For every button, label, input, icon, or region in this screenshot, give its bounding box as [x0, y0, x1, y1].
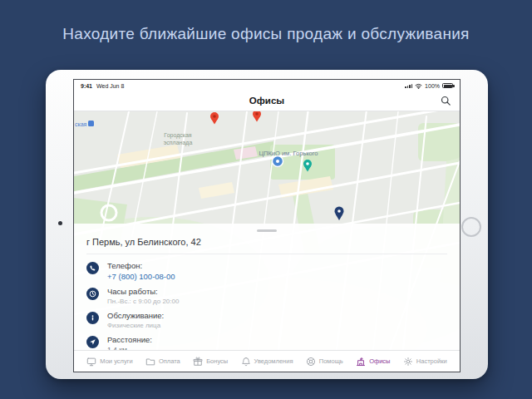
battery-percent: 100%: [425, 83, 440, 89]
tab-label: Настройки: [416, 357, 447, 365]
detail-row-service: Обслуживание:Физические лица: [74, 308, 460, 332]
tab-label: Помощь: [319, 357, 343, 365]
lifebuoy-icon: [306, 357, 316, 367]
tab-my-services[interactable]: Мои услуги: [86, 357, 132, 367]
tab-help[interactable]: Помощь: [306, 357, 343, 367]
tab-payment[interactable]: Оплата: [145, 357, 180, 367]
monitor-icon: [86, 357, 96, 367]
tab-label: Оплата: [159, 357, 180, 365]
tab-label: Офисы: [369, 357, 390, 365]
park-label: ЦПКиО им. Горького: [259, 150, 318, 157]
tablet-device: 9:41 Wed Jun 8 100% Офисы: [46, 70, 488, 379]
tab-notifications[interactable]: Уведомления: [241, 357, 293, 367]
tab-bonuses[interactable]: Бонусы: [193, 357, 228, 367]
wifi-icon: [415, 83, 422, 89]
gear-icon: [403, 357, 413, 367]
bank-icon: [356, 357, 366, 367]
tab-label: Уведомления: [254, 357, 293, 365]
detail-row-hours: Часы работы:Пн.-Вс.: с 9:00 до 20:00: [74, 283, 460, 308]
gift-icon: [193, 357, 203, 367]
detail-label: Телефон:: [107, 261, 175, 270]
office-address: г Пермь, ул Белинского, 42: [86, 237, 447, 254]
search-icon[interactable]: [441, 96, 451, 106]
transit-station-label: ская: [75, 121, 94, 127]
poi-pin-park-blue[interactable]: [273, 156, 283, 167]
detail-label: Обслуживание:: [107, 311, 164, 320]
detail-label: Расстояние:: [107, 335, 152, 344]
folder-icon: [145, 357, 155, 367]
battery-icon: [442, 83, 453, 88]
tab-bar: Мои услугиОплатаБонусыУведомленияПомощьО…: [74, 350, 460, 372]
detail-value[interactable]: +7 (800) 100-08-00: [107, 272, 175, 281]
nav-bar: Офисы: [74, 91, 460, 111]
office-pin-red-2[interactable]: [253, 111, 261, 122]
svg-text:эспланада: эспланада: [164, 140, 193, 146]
transit-station-icon: [88, 121, 94, 126]
detail-row-phone[interactable]: Телефон:+7 (800) 100-08-00: [74, 258, 460, 283]
clock-icon: [86, 288, 99, 300]
camera-dot: [58, 221, 62, 225]
detail-label: Часы работы:: [107, 287, 179, 296]
home-button[interactable]: [461, 217, 481, 237]
tab-settings[interactable]: Настройки: [403, 357, 447, 367]
sheet-drag-handle[interactable]: [257, 229, 277, 232]
office-pin-selected[interactable]: [335, 207, 344, 221]
bell-icon: [241, 357, 251, 367]
status-date: Wed Jun 8: [96, 83, 124, 89]
phone-icon: [86, 262, 99, 274]
detail-value: Физические лица: [107, 322, 164, 329]
page-title: Находите ближайшие офисы продаж и обслуж…: [0, 25, 532, 43]
office-detail-sheet: г Пермь, ул Белинского, 42 Телефон:+7 (8…: [74, 224, 460, 350]
svg-text:Городская: Городская: [164, 132, 192, 139]
esplanade-label: Городская эспланада: [164, 132, 193, 146]
app-screen: 9:41 Wed Jun 8 100% Офисы: [73, 79, 461, 372]
svg-text:ская: ская: [75, 121, 87, 127]
status-time: 9:41: [81, 83, 92, 89]
status-bar: 9:41 Wed Jun 8 100%: [74, 80, 460, 91]
tab-label: Мои услуги: [100, 357, 132, 365]
info-icon: [86, 312, 99, 324]
office-detail-rows: Телефон:+7 (800) 100-08-00Часы работы:Пн…: [74, 258, 460, 357]
cellular-signal-icon: [405, 83, 412, 88]
tab-label: Бонусы: [206, 357, 228, 365]
nav-arrow-icon: [86, 336, 99, 348]
detail-value: Пн.-Вс.: с 9:00 до 20:00: [107, 298, 179, 305]
office-pin-red-1[interactable]: [210, 112, 219, 125]
tab-offices[interactable]: Офисы: [356, 357, 390, 367]
screen-title: Офисы: [74, 91, 460, 111]
